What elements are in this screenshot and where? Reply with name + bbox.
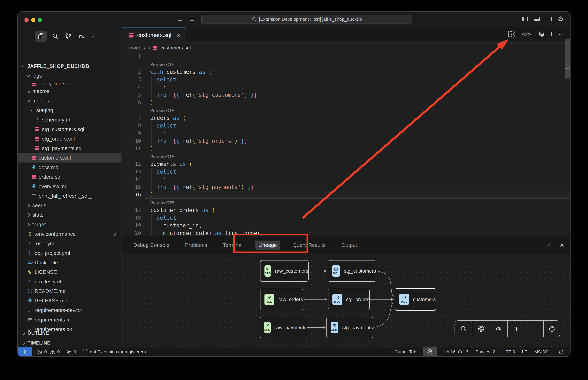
sidebar-section-timeline[interactable]: TIMELINE <box>18 338 122 348</box>
lineage-node-raw_orders[interactable]: SEDraw_orders <box>260 289 303 310</box>
breadcrumb-folder[interactable]: models <box>129 45 145 51</box>
tree-item-seeds[interactable]: seeds <box>18 201 122 210</box>
navigate-back-icon[interactable]: ← <box>176 16 183 23</box>
status-lf[interactable]: LF <box>522 349 527 355</box>
search-view-icon[interactable] <box>52 33 59 40</box>
code-line-11[interactable]: 11), <box>122 145 571 152</box>
code-line-5[interactable]: 5 from {{ ref('stg_customers') }} <box>122 91 571 99</box>
tree-item-docs-md[interactable]: docs.md <box>18 163 122 172</box>
settings-gear-icon[interactable]: ⚙ <box>557 15 564 22</box>
status-ms-sql[interactable]: MS SQL <box>534 349 551 355</box>
notifications-bell[interactable] <box>558 349 564 355</box>
tree-item-license[interactable]: LICENSE <box>18 267 122 277</box>
lineage-node-raw_customers[interactable]: SEDraw_customers <box>260 260 309 282</box>
toggle-sidebar-right-icon[interactable] <box>545 15 552 22</box>
panel-tab-query-results[interactable]: Query Results <box>289 241 329 250</box>
tree-item-models[interactable]: models <box>18 96 122 105</box>
panel-tab-output[interactable]: Output <box>338 241 360 250</box>
tree-item-stg-customers-sql[interactable]: stg_customers.sql <box>18 124 122 134</box>
code-editor[interactable]: 1Preview CTE2with customers as (3 select… <box>122 53 571 236</box>
panel-close-icon[interactable]: × <box>560 242 564 248</box>
remote-indicator[interactable] <box>18 347 32 356</box>
lineage-search-button[interactable] <box>455 321 472 337</box>
status-utf-8[interactable]: UTF-8 <box>502 349 515 355</box>
lineage-node-raw_payments[interactable]: SEDraw_payments <box>260 317 307 338</box>
lineage-zoom-in-icon[interactable]: + <box>514 325 519 333</box>
lineage-node-stg_customers[interactable]: MDLstg_customers <box>328 260 376 282</box>
activity-more-chevron-icon[interactable] <box>91 34 95 38</box>
breadcrumb-file[interactable]: customers.sql <box>160 45 191 51</box>
dbt-editor-action-icon[interactable] <box>507 30 515 38</box>
tree-item-target[interactable]: target <box>18 220 122 229</box>
breadcrumb[interactable]: models customers.sql <box>122 43 571 53</box>
tree-item-schema-yml[interactable]: !schema.yml <box>18 115 122 124</box>
tree-item-dockerfile[interactable]: Dockerfile <box>18 258 122 267</box>
close-window-button[interactable] <box>24 18 29 22</box>
lineage-refresh-button[interactable] <box>544 321 560 337</box>
code-line-17[interactable]: 17customer_orders as ( <box>122 206 571 214</box>
project-root-row[interactable]: JAFFLE_SHOP_DUCKDB <box>18 61 122 71</box>
code-line-10[interactable]: 10 from {{ ref('stg_orders') }} <box>122 137 571 145</box>
minimize-window-button[interactable] <box>31 18 35 22</box>
codelens-preview-cte[interactable]: Preview CTE <box>122 199 571 206</box>
code-line-20[interactable]: 20 min(order_date) as first_order, <box>122 229 571 236</box>
panel-tab-terminal[interactable]: Terminal <box>220 241 246 250</box>
code-line-15[interactable]: 15 from {{ ref('stg_payments') }} <box>122 183 571 191</box>
panel-tab-lineage[interactable]: Lineage <box>255 241 280 250</box>
code-line-14[interactable]: 14 * <box>122 175 571 183</box>
status-ln-16-col-3[interactable]: Ln 16, Col 3 <box>444 349 468 355</box>
code-line-7[interactable]: 7orders as ( <box>122 114 571 122</box>
panel-tab-debug-console[interactable]: Debug Console <box>130 241 173 250</box>
lineage-canvas[interactable]: + − SEDraw_customersMDLstg_customersSEDr… <box>122 254 571 348</box>
lineage-visibility-icon[interactable] <box>495 325 502 332</box>
tree-item-customers-sql[interactable]: customers.sql <box>18 153 122 163</box>
tree-item-macros[interactable]: macros <box>18 86 122 96</box>
more-actions-icon[interactable]: ⋯ <box>558 30 566 38</box>
tree-item-state[interactable]: state <box>18 210 122 220</box>
tree-item-overview-md[interactable]: overview.md <box>18 182 122 191</box>
tree-item-dbt-project-yml[interactable]: !dbt_project.yml <box>18 248 122 258</box>
tree-item-orders-sql[interactable]: orders.sql <box>18 172 122 182</box>
query-results-table-icon[interactable] <box>538 31 545 38</box>
code-line-9[interactable]: 9 * <box>122 130 571 137</box>
lineage-node-customers[interactable]: MDLcustomers <box>395 288 436 311</box>
navigate-forward-icon[interactable]: → <box>189 16 195 23</box>
status-spaces-2[interactable]: Spaces: 2 <box>475 349 495 355</box>
tree-item-staging[interactable]: staging <box>18 105 122 115</box>
code-line-19[interactable]: 19 customer_id, <box>122 222 571 229</box>
problems-status[interactable]: 00 <box>37 349 60 355</box>
open-code-icon[interactable]: </> <box>522 31 531 37</box>
lineage-node-stg_payments[interactable]: MDLstg_payments <box>326 317 373 338</box>
panel-tab-problems[interactable]: Problems <box>182 241 210 250</box>
lineage-zoom-out-icon[interactable]: − <box>532 325 537 333</box>
lineage-node-stg_orders[interactable]: MDLstg_orders <box>328 289 370 310</box>
code-line-13[interactable]: 13 select <box>122 168 571 175</box>
source-control-icon[interactable] <box>65 33 72 40</box>
editor-scrollbar[interactable] <box>565 39 570 78</box>
codelens-preview-cte[interactable]: Preview CTE <box>122 152 571 160</box>
code-line-16[interactable]: 16), <box>122 191 571 199</box>
tree-item-profiles-yml[interactable]: !profiles.yml <box>18 277 122 286</box>
code-line-3[interactable]: 3 select <box>122 76 571 83</box>
code-line-1[interactable]: 1 <box>122 53 571 60</box>
tree-item-release-md[interactable]: RELEASE.md <box>18 296 122 305</box>
code-line-12[interactable]: 12payments as ( <box>122 160 571 168</box>
zoom-window-button[interactable] <box>38 18 42 22</box>
tab-close-icon[interactable]: × <box>177 32 181 38</box>
zoom-indicator[interactable] <box>423 347 437 356</box>
tree-item-requirements-dev-txt[interactable]: requirements-dev.txt <box>18 305 122 315</box>
sidebar-section-outline[interactable]: OUTLINE <box>18 328 122 338</box>
codelens-preview-cte[interactable]: Preview CTE <box>122 106 571 114</box>
run-debug-icon[interactable] <box>78 33 85 40</box>
tree-item--env-conformance[interactable]: $.env.conformance⊘ <box>18 229 122 239</box>
tree-item-stg-orders-sql[interactable]: stg_orders.sql <box>18 134 122 143</box>
tree-item-logs[interactable]: logs <box>18 71 122 80</box>
split-editor-icon[interactable] <box>551 33 552 36</box>
code-line-2[interactable]: 2with customers as ( <box>122 68 571 76</box>
explorer-icon[interactable] <box>35 31 47 42</box>
toggle-sidebar-left-icon[interactable] <box>521 15 528 22</box>
code-line-6[interactable]: 6), <box>122 99 571 106</box>
code-line-4[interactable]: 4 * <box>122 83 571 91</box>
dbt-extension-status[interactable]: dbt Extension (unregistered) <box>82 349 146 355</box>
tree-item-print-full-refresh-sql-[interactable]: print_full_refresh._sql_ <box>18 191 122 201</box>
